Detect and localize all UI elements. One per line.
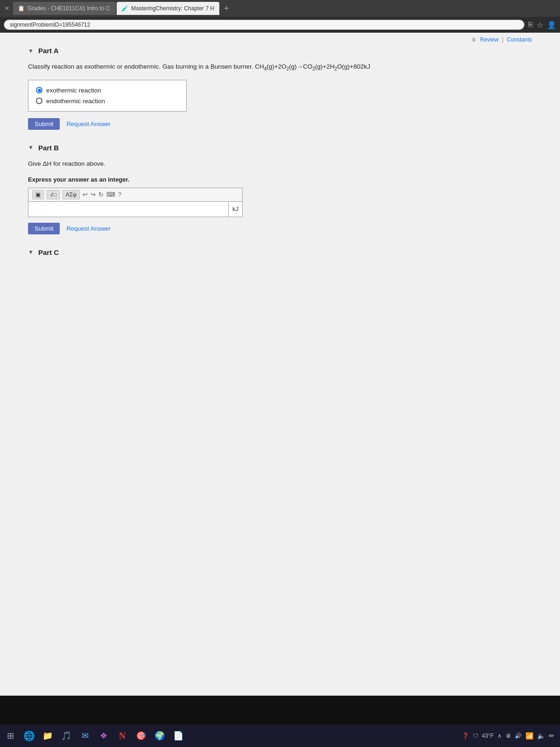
part-a-answer-box: exothermic reaction endothermic reaction <box>28 80 187 112</box>
tab-grades[interactable]: 📋 Grades - CHE1011C41 Intro to C ✕ <box>13 2 116 15</box>
shield-icon: 🛡 <box>473 733 478 739</box>
browser-actions: ⎘ ☆ 👤 <box>528 21 556 29</box>
part-a-question: Classify reaction as exothermic or endot… <box>28 62 485 72</box>
tab-label-grades: Grades - CHE1011C41 Intro to C <box>28 5 110 12</box>
taskbar-files[interactable]: 📁 <box>39 727 56 744</box>
chevron-up-icon[interactable]: ∧ <box>497 733 502 739</box>
greek-button[interactable]: ΑΣφ <box>63 190 80 199</box>
edge-icon: 🌐 <box>23 730 35 741</box>
page-content: ⏸ Review | Constants ▼ Part A Classify r… <box>0 33 560 696</box>
part-b-section: ▼ Part B Give ΔH for reaction above. Exp… <box>28 144 485 234</box>
menu-icon[interactable]: 👤 <box>547 21 556 29</box>
taskbar-pdf[interactable]: 📄 <box>170 727 187 744</box>
option-exothermic[interactable]: exothermic reaction <box>36 87 179 94</box>
option-endothermic-label: endothermic reaction <box>46 98 105 105</box>
redo-icon[interactable]: ↪ <box>91 191 96 198</box>
taskbar-chrome[interactable]: 🌍 <box>151 727 168 744</box>
math-toolbar: ▣ √□ ΑΣφ ↩ ↪ ↻ ⌨ ? <box>28 188 243 201</box>
tab-icon-grades: 📋 <box>18 5 25 12</box>
part-b-buttons: Submit Request Answer <box>28 223 485 234</box>
sound-icon: 🔊 <box>515 733 522 739</box>
part-b-submit-button[interactable]: Submit <box>28 223 60 234</box>
diamond-icon: ❖ <box>100 731 107 741</box>
pause-icon: ⏸ <box>471 36 476 43</box>
option-endothermic[interactable]: endothermic reaction <box>36 98 179 105</box>
taskbar-diamond[interactable]: ❖ <box>95 727 112 744</box>
start-icon: ⊞ <box>7 731 14 741</box>
part-c-header: ▼ Part C <box>28 248 485 256</box>
tab-bar: ✕ 📋 Grades - CHE1011C41 Intro to C ✕ 🧪 M… <box>0 0 560 17</box>
taskbar-mail[interactable]: ✉ <box>77 727 93 744</box>
taskbar-store[interactable]: 🎵 <box>58 727 75 744</box>
review-link[interactable]: Review <box>480 36 498 43</box>
taskbar-edge[interactable]: 🌐 <box>21 727 37 744</box>
option-exothermic-label: exothermic reaction <box>46 87 101 94</box>
undo-icon[interactable]: ↩ <box>83 191 88 198</box>
part-b-request-button[interactable]: Request Answer <box>66 225 111 232</box>
mail-icon: ✉ <box>82 731 89 741</box>
tab-label-mastering: MasteringChemistry: Chapter 7 H <box>131 5 214 12</box>
browser-chrome: ✕ 📋 Grades - CHE1011C41 Intro to C ✕ 🧪 M… <box>0 0 560 33</box>
part-c-section: ▼ Part C <box>28 248 485 256</box>
store-icon: 🎵 <box>61 731 71 741</box>
part-c-arrow[interactable]: ▼ <box>28 249 34 255</box>
math-answer-input[interactable] <box>28 202 228 217</box>
part-a-arrow[interactable]: ▼ <box>28 48 34 54</box>
part-b-note: Express your answer as an integer. <box>28 176 485 183</box>
taskbar: ⊞ 🌐 📁 🎵 ✉ ❖ N 🎯 🌍 📄 ❓ 🛡 43°F ∧ 🖥 🔊 📶 🔈 ✏ <box>0 725 560 747</box>
tab-icon-mastering: 🧪 <box>121 5 128 12</box>
part-a-header: ▼ Part A <box>28 47 485 55</box>
unit-label: kJ <box>228 202 242 217</box>
matrix-button[interactable]: ▣ <box>32 190 44 199</box>
radio-endothermic[interactable] <box>36 98 42 104</box>
address-bar-row: signmentProblemID=195546712 ⎘ ☆ 👤 <box>0 17 560 33</box>
constants-link[interactable]: Constants <box>507 36 532 43</box>
radio-exothermic[interactable] <box>36 87 42 93</box>
help-system-icon: ❓ <box>462 733 469 739</box>
pdf-icon: 📄 <box>173 731 183 741</box>
temperature-label: 43°F <box>482 733 494 739</box>
address-bar[interactable]: signmentProblemID=195546712 <box>4 20 525 30</box>
onenote-icon: 🎯 <box>136 731 146 741</box>
sqrt-button[interactable]: √□ <box>47 190 60 199</box>
part-b-header: ▼ Part B <box>28 144 485 152</box>
part-c-title: Part C <box>38 248 59 256</box>
tab-mastering[interactable]: 🧪 MasteringChemistry: Chapter 7 H ✕ <box>117 2 219 15</box>
pen-icon: ✏ <box>549 732 554 740</box>
part-b-note-text: Express your answer as an integer. <box>28 176 130 183</box>
new-tab-button[interactable]: + <box>220 4 233 14</box>
top-links: ⏸ Review | Constants <box>469 36 532 43</box>
tab-close-mastering[interactable]: ✕ <box>219 6 219 11</box>
content-area: ▼ Part A Classify reaction as exothermic… <box>0 33 513 284</box>
part-a-submit-button[interactable]: Submit <box>28 118 60 130</box>
display-icon: 🖥 <box>505 733 511 739</box>
volume-icon: 🔈 <box>537 732 545 740</box>
taskbar-start[interactable]: ⊞ <box>2 727 19 744</box>
refresh-icon[interactable]: ↻ <box>98 191 104 198</box>
part-b-title: Part B <box>38 144 59 152</box>
bookmark-icon[interactable]: ☆ <box>537 21 543 29</box>
chrome-icon: 🌍 <box>154 731 165 741</box>
wifi-icon: 📶 <box>525 732 533 740</box>
netflix-icon: N <box>119 731 126 741</box>
part-a-request-button[interactable]: Request Answer <box>66 120 111 127</box>
tab-close-grades[interactable]: ✕ <box>115 6 116 11</box>
help-icon[interactable]: ? <box>118 191 121 198</box>
keyboard-icon[interactable]: ⌨ <box>106 191 115 198</box>
part-a-section: ▼ Part A Classify reaction as exothermic… <box>28 47 485 130</box>
math-input-row: kJ <box>28 201 243 217</box>
taskbar-system: ❓ 🛡 43°F ∧ 🖥 🔊 📶 🔈 ✏ <box>462 732 558 740</box>
part-a-buttons: Submit Request Answer <box>28 118 485 130</box>
part-b-question: Give ΔH for reaction above. <box>28 159 485 169</box>
folder-icon: 📁 <box>42 731 53 741</box>
close-button[interactable]: ✕ <box>2 5 12 12</box>
taskbar-onenote[interactable]: 🎯 <box>133 727 149 744</box>
share-icon[interactable]: ⎘ <box>528 21 533 29</box>
part-b-arrow[interactable]: ▼ <box>28 144 34 151</box>
taskbar-netflix[interactable]: N <box>114 727 131 744</box>
part-a-title: Part A <box>38 47 59 55</box>
